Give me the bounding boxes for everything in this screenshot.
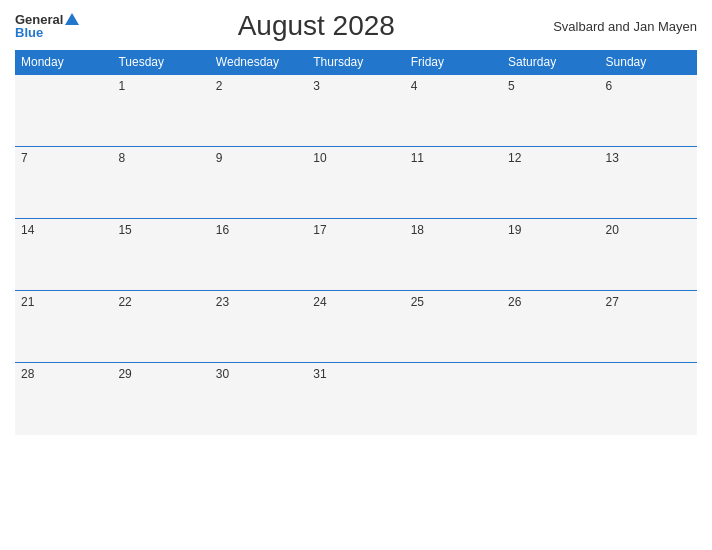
logo-blue-text: Blue [15, 26, 43, 39]
logo: General Blue [15, 13, 79, 39]
calendar-cell: 26 [502, 291, 599, 363]
calendar-cell: 13 [600, 147, 697, 219]
calendar-cell: 22 [112, 291, 209, 363]
day-header-friday: Friday [405, 50, 502, 75]
day-number: 7 [21, 151, 28, 165]
calendar-cell: 12 [502, 147, 599, 219]
calendar-cell: 14 [15, 219, 112, 291]
day-number: 10 [313, 151, 326, 165]
calendar-cell: 21 [15, 291, 112, 363]
calendar-cell: 11 [405, 147, 502, 219]
day-number: 3 [313, 79, 320, 93]
month-title: August 2028 [79, 10, 553, 42]
day-number: 5 [508, 79, 515, 93]
day-number: 6 [606, 79, 613, 93]
calendar-cell: 31 [307, 363, 404, 435]
day-number: 13 [606, 151, 619, 165]
calendar-cell: 10 [307, 147, 404, 219]
calendar-cell: 2 [210, 75, 307, 147]
week-row-0: 123456 [15, 75, 697, 147]
day-number: 27 [606, 295, 619, 309]
calendar-cell: 18 [405, 219, 502, 291]
day-number: 21 [21, 295, 34, 309]
day-number: 15 [118, 223, 131, 237]
calendar-cell [15, 75, 112, 147]
day-number: 20 [606, 223, 619, 237]
calendar-cell: 3 [307, 75, 404, 147]
week-row-1: 78910111213 [15, 147, 697, 219]
region-label: Svalbard and Jan Mayen [553, 19, 697, 34]
day-header-saturday: Saturday [502, 50, 599, 75]
day-number: 24 [313, 295, 326, 309]
day-number: 30 [216, 367, 229, 381]
day-number: 18 [411, 223, 424, 237]
calendar-cell: 24 [307, 291, 404, 363]
days-header-row: MondayTuesdayWednesdayThursdayFridaySatu… [15, 50, 697, 75]
calendar-cell: 1 [112, 75, 209, 147]
calendar-cell: 15 [112, 219, 209, 291]
week-row-3: 21222324252627 [15, 291, 697, 363]
calendar-cell [405, 363, 502, 435]
calendar-cell: 23 [210, 291, 307, 363]
calendar-cell [502, 363, 599, 435]
calendar-cell: 27 [600, 291, 697, 363]
calendar-cell: 7 [15, 147, 112, 219]
calendar-cell: 25 [405, 291, 502, 363]
calendar-cell: 29 [112, 363, 209, 435]
day-number: 28 [21, 367, 34, 381]
day-header-sunday: Sunday [600, 50, 697, 75]
day-number: 11 [411, 151, 424, 165]
calendar-cell [600, 363, 697, 435]
day-number: 4 [411, 79, 418, 93]
calendar-cell: 4 [405, 75, 502, 147]
day-number: 29 [118, 367, 131, 381]
day-number: 14 [21, 223, 34, 237]
day-number: 31 [313, 367, 326, 381]
calendar-cell: 5 [502, 75, 599, 147]
calendar-cell: 30 [210, 363, 307, 435]
calendar-cell: 17 [307, 219, 404, 291]
day-number: 8 [118, 151, 125, 165]
day-number: 26 [508, 295, 521, 309]
day-number: 16 [216, 223, 229, 237]
calendar-cell: 8 [112, 147, 209, 219]
day-header-monday: Monday [15, 50, 112, 75]
calendar-cell: 6 [600, 75, 697, 147]
logo-triangle-icon [65, 13, 79, 25]
day-header-thursday: Thursday [307, 50, 404, 75]
calendar-cell: 28 [15, 363, 112, 435]
day-number: 9 [216, 151, 223, 165]
calendar-table: MondayTuesdayWednesdayThursdayFridaySatu… [15, 50, 697, 435]
week-row-4: 28293031 [15, 363, 697, 435]
day-number: 23 [216, 295, 229, 309]
day-header-tuesday: Tuesday [112, 50, 209, 75]
calendar-cell: 19 [502, 219, 599, 291]
calendar-cell: 9 [210, 147, 307, 219]
day-number: 17 [313, 223, 326, 237]
day-number: 1 [118, 79, 125, 93]
week-row-2: 14151617181920 [15, 219, 697, 291]
calendar-container: General Blue August 2028 Svalbard and Ja… [0, 0, 712, 550]
calendar-body: 1234567891011121314151617181920212223242… [15, 75, 697, 435]
calendar-header: MondayTuesdayWednesdayThursdayFridaySatu… [15, 50, 697, 75]
day-number: 25 [411, 295, 424, 309]
calendar-cell: 20 [600, 219, 697, 291]
day-header-wednesday: Wednesday [210, 50, 307, 75]
day-number: 2 [216, 79, 223, 93]
header: General Blue August 2028 Svalbard and Ja… [15, 10, 697, 42]
day-number: 19 [508, 223, 521, 237]
day-number: 22 [118, 295, 131, 309]
calendar-cell: 16 [210, 219, 307, 291]
day-number: 12 [508, 151, 521, 165]
